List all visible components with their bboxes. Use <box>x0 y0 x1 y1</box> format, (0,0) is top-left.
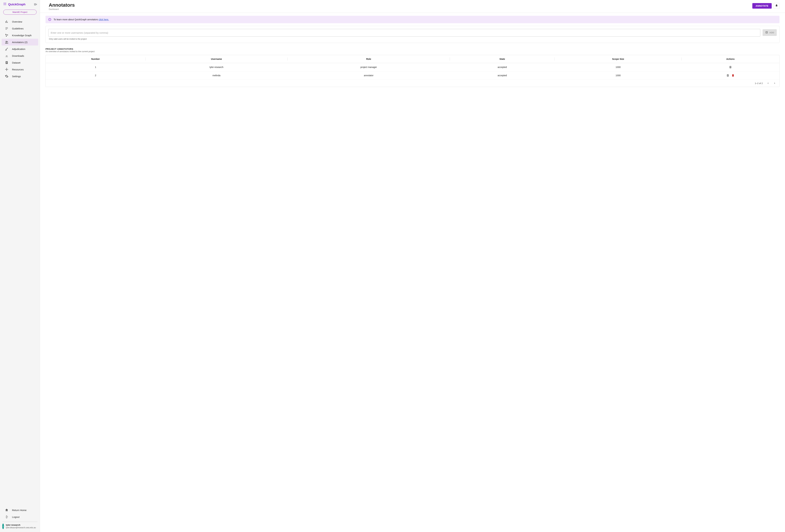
sidebar-item-annotators[interactable]: Annotators (2) <box>2 39 38 46</box>
info-text: To learn more about QuickGraph annotator… <box>54 18 109 21</box>
svg-point-20 <box>6 41 7 42</box>
sidebar-item-dataset[interactable]: Dataset <box>2 59 38 66</box>
list-icon <box>5 27 8 30</box>
sidebar-item-guidelines[interactable]: Guidelines <box>2 25 38 32</box>
bell-icon <box>775 4 778 8</box>
sidebar-item-label: Annotators (2) <box>12 41 27 44</box>
notifications-button[interactable] <box>774 3 780 9</box>
view-details-icon[interactable] <box>729 66 732 69</box>
cell-scope: 1000 <box>555 63 682 71</box>
table-pager: 1–2 of 2 <box>46 80 779 87</box>
table-row: 2melindaannotatoraccepted1000 <box>46 71 779 80</box>
page-header: Annotators Dashboard ANNOTATE <box>40 0 785 13</box>
svg-rect-12 <box>5 27 8 28</box>
svg-point-2 <box>5 3 6 3</box>
svg-rect-44 <box>727 75 728 75</box>
sidebar-item-label: Adjudication <box>12 48 25 50</box>
cell-number: 2 <box>46 71 146 80</box>
cell-state: accepted <box>450 63 555 71</box>
sidebar-collapse-button[interactable] <box>34 3 37 6</box>
bar-chart-icon <box>5 20 8 23</box>
col-username[interactable]: Username <box>146 55 287 63</box>
svg-rect-23 <box>6 62 7 62</box>
graph-icon <box>5 33 8 37</box>
sidebar-item-label: Overview <box>12 20 22 23</box>
section-title: PROJECT ANNOTATORS <box>46 48 780 50</box>
info-link[interactable]: click here. <box>99 18 109 21</box>
page-title: Annotators <box>49 2 75 8</box>
add-button[interactable]: ADD <box>763 29 777 36</box>
col-actions: Actions <box>682 55 779 63</box>
svg-rect-9 <box>5 21 6 23</box>
svg-rect-11 <box>7 22 8 23</box>
breadcrumb[interactable]: Dashboard <box>49 8 75 10</box>
svg-rect-42 <box>730 68 731 68</box>
plus-icon <box>765 31 768 34</box>
cell-state: accepted <box>450 71 555 80</box>
svg-rect-13 <box>5 28 8 29</box>
svg-point-8 <box>5 4 6 5</box>
svg-point-4 <box>4 4 5 4</box>
pager-next-button[interactable] <box>773 82 776 85</box>
sidebar: QuickGraph MaintIE Project Overview Guid… <box>0 0 40 532</box>
gavel-icon <box>5 47 8 51</box>
table-header-row: Number Username Role State Scope Size Ac… <box>46 55 779 63</box>
cell-scope: 1000 <box>555 71 682 80</box>
col-role[interactable]: Role <box>287 55 450 63</box>
invite-panel: ADD Only valid users will be invited to … <box>46 26 780 43</box>
sidebar-item-downloads[interactable]: Downloads <box>2 52 38 59</box>
sidebar-nav: Overview Guidelines Knowledge Graph Anno… <box>0 15 40 505</box>
user-email: tyler.bikaun@research.uwa.edu.au <box>6 527 36 529</box>
network-icon <box>5 68 8 71</box>
brand[interactable]: QuickGraph <box>3 2 26 6</box>
cell-username: tyler-research <box>146 63 287 71</box>
project-pill[interactable]: MaintIE Project <box>3 9 36 15</box>
svg-rect-41 <box>730 67 731 67</box>
cell-actions <box>682 63 779 71</box>
user-profile[interactable]: t tyler-research tyler.bikaun@research.u… <box>2 522 37 532</box>
sidebar-item-knowledge-graph[interactable]: Knowledge Graph <box>2 32 38 39</box>
svg-rect-24 <box>6 62 7 63</box>
info-icon <box>48 18 51 21</box>
cell-role: annotator <box>287 71 450 80</box>
col-state[interactable]: State <box>450 55 555 63</box>
sidebar-item-label: Dataset <box>12 61 21 64</box>
sidebar-item-label: Resources <box>12 68 24 71</box>
sidebar-item-logout[interactable]: Logout <box>2 513 38 520</box>
project-name: MaintIE Project <box>12 11 27 13</box>
cell-role: project manager <box>287 63 450 71</box>
user-name: tyler-research <box>6 524 36 527</box>
svg-rect-40 <box>730 67 731 67</box>
svg-point-1 <box>4 3 5 3</box>
brand-text: QuickGraph <box>8 3 26 6</box>
delete-icon[interactable] <box>732 74 734 77</box>
sidebar-item-settings[interactable]: Settings <box>2 73 38 80</box>
sidebar-item-label: Return Home <box>12 509 26 511</box>
svg-rect-46 <box>727 76 728 76</box>
svg-point-21 <box>7 41 8 42</box>
pager-prev-button[interactable] <box>766 82 769 85</box>
sidebar-item-adjudication[interactable]: Adjudication <box>2 46 38 52</box>
sidebar-item-label: Guidelines <box>12 27 24 30</box>
section-subtitle: An overview of annotators invited to the… <box>46 50 780 53</box>
sidebar-item-overview[interactable]: Overview <box>2 18 38 25</box>
apps-icon <box>3 2 6 6</box>
document-icon <box>5 61 8 65</box>
svg-rect-25 <box>6 63 7 64</box>
invite-helper-text: Only valid users will be invited to the … <box>48 38 777 40</box>
table-row: 1tyler-researchproject manageraccepted10… <box>46 63 779 71</box>
sidebar-item-label: Settings <box>12 75 21 78</box>
svg-point-0 <box>4 3 4 3</box>
col-scope-size[interactable]: Scope Size <box>555 55 682 63</box>
svg-point-5 <box>5 4 6 4</box>
sidebar-item-return-home[interactable]: Return Home <box>2 507 38 513</box>
col-number[interactable]: Number <box>46 55 146 63</box>
avatar: t <box>2 524 4 529</box>
view-details-icon[interactable] <box>726 74 729 77</box>
annotators-table: Number Username Role State Scope Size Ac… <box>46 55 780 87</box>
sidebar-item-resources[interactable]: Resources <box>2 66 38 73</box>
invite-usernames-input[interactable] <box>48 29 760 36</box>
annotate-button[interactable]: ANNOTATE <box>752 3 772 9</box>
cell-number: 1 <box>46 63 146 71</box>
info-banner: To learn more about QuickGraph annotator… <box>46 16 780 23</box>
